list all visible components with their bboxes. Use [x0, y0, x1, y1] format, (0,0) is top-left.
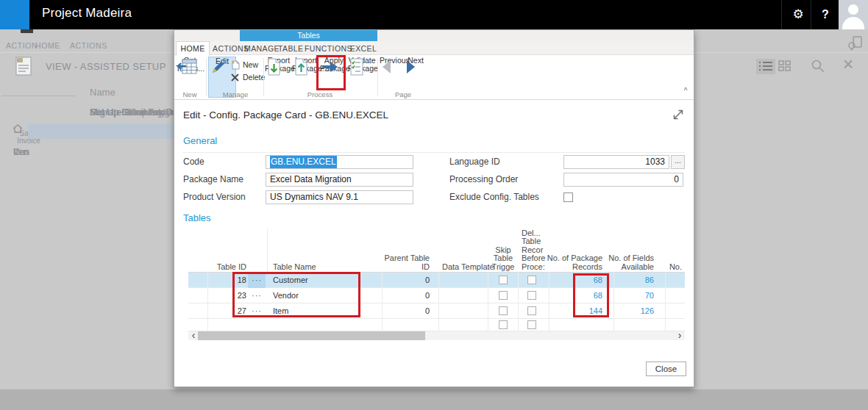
list-column-header[interactable]: Name: [90, 87, 115, 98]
grid-column-line: [549, 272, 549, 331]
section-divider: [183, 152, 685, 153]
exclude-config-tables-checkbox[interactable]: [563, 193, 573, 202]
delete-x-icon: [231, 73, 240, 82]
scrollbar-thumb[interactable]: [198, 331, 425, 340]
section-general[interactable]: General: [183, 135, 217, 146]
delete-button[interactable]: Delete: [231, 72, 265, 82]
delete-records-checkbox[interactable]: [527, 276, 536, 284]
config-package-card-dialog: Tables HOME ACTIONS MANAGE TABLE FUNCTIO…: [174, 29, 694, 387]
table-row-item[interactable]: 27 ··· Item 0 144 126: [188, 303, 685, 319]
row-assist-icon[interactable]: ···: [248, 288, 266, 303]
topbar-divider: [781, 0, 782, 29]
cell-fields-available[interactable]: 70: [600, 288, 654, 303]
language-id-field[interactable]: 1033: [563, 155, 669, 169]
table-row-vendor[interactable]: 23 ··· Vendor 0 68 70: [188, 288, 685, 303]
col-header-table-name[interactable]: Table Name: [273, 263, 316, 272]
settings-gear-icon[interactable]: ⚙: [784, 0, 812, 29]
code-value-selected: GB.ENU.EXCEL: [270, 156, 337, 168]
skip-trigger-checkbox[interactable]: [499, 320, 508, 329]
apply-package-icon: [320, 58, 341, 76]
col-header-table-id[interactable]: Table ID: [207, 263, 246, 272]
list-item[interactable]: Set Up Email Logging: [90, 105, 182, 120]
delete-records-checkbox[interactable]: [527, 306, 536, 315]
grid-column-line: [207, 272, 208, 331]
list-view-toggle[interactable]: [756, 59, 775, 74]
group-label-new: New: [176, 90, 204, 98]
delete-records-checkbox[interactable]: [527, 291, 536, 300]
package-name-field[interactable]: Excel Data Migration: [266, 173, 413, 187]
product-version-field[interactable]: US Dynamics NAV 9.1: [266, 190, 413, 204]
search-icon[interactable]: [811, 59, 825, 73]
import-package-icon: [292, 58, 311, 76]
clipped-item[interactable]: Iten: [13, 145, 29, 159]
action-pane-divider: [1, 96, 75, 96]
cell-parent-id: 0: [365, 303, 430, 319]
notification-icon[interactable]: [847, 35, 864, 51]
cell-package-records[interactable]: 144: [541, 303, 602, 319]
cell-table-id: 27: [207, 303, 246, 319]
previous-arrow-icon: [380, 58, 393, 76]
language-id-label: Language ID: [449, 157, 500, 167]
dialog-title: Edit - Config. Package Card - GB.ENU.EXC…: [183, 109, 388, 121]
app-launcher-button[interactable]: [0, 0, 29, 29]
scroll-right-icon[interactable]: ›: [675, 331, 685, 341]
skip-trigger-checkbox[interactable]: [499, 291, 508, 300]
col-header-data-template[interactable]: Data Template: [442, 263, 494, 272]
new-button[interactable]: New: [231, 60, 265, 70]
tab-home[interactable]: HOME: [176, 41, 210, 56]
page-tab-actions[interactable]: ACTIONS: [70, 41, 107, 50]
page-tab-home[interactable]: HOME: [35, 41, 60, 50]
tab-manage[interactable]: MANAGE: [244, 43, 277, 55]
col-header-clipped[interactable]: No.: [659, 263, 682, 272]
group-label-page: Page: [380, 90, 427, 98]
grid-column-line: [438, 272, 439, 331]
user-avatar[interactable]: [839, 0, 868, 29]
grid-view-toggle[interactable]: [778, 60, 791, 72]
ribbon-separator: [206, 58, 207, 96]
cell-table-name[interactable]: Customer: [273, 273, 308, 288]
collapse-ribbon-icon[interactable]: ^: [680, 87, 691, 95]
language-id-assist-button[interactable]: ...: [671, 155, 685, 169]
col-header-package-records[interactable]: No. of Package Records: [541, 254, 602, 271]
row-assist-icon[interactable]: ···: [248, 273, 266, 288]
scroll-left-icon[interactable]: ‹: [188, 331, 199, 341]
col-header-skip-table-trigger[interactable]: Skip Table Trigge: [488, 246, 518, 272]
col-header-parent-table-id[interactable]: Parent Table ID: [365, 254, 430, 271]
section-tables[interactable]: Tables: [183, 212, 211, 223]
processing-order-field[interactable]: 0: [563, 173, 683, 187]
skip-trigger-checkbox[interactable]: [499, 276, 508, 284]
cell-package-records[interactable]: 68: [541, 288, 602, 303]
tab-functions[interactable]: FUNCTIONS: [305, 43, 347, 55]
help-button[interactable]: ?: [812, 0, 839, 29]
cell-fields-available[interactable]: 86: [600, 273, 654, 288]
tab-excel[interactable]: EXCEL: [349, 43, 377, 55]
close-button[interactable]: Close: [646, 362, 686, 376]
cell-parent-id: 0: [365, 273, 430, 288]
cell-package-records[interactable]: 68: [541, 273, 602, 288]
tab-table[interactable]: TABLE: [278, 43, 303, 55]
get-tables-icon: [176, 58, 198, 76]
exclude-config-tables-label: Exclude Config. Tables: [449, 192, 539, 202]
cell-table-id: 18: [207, 273, 246, 288]
edit-pencil-icon: [209, 59, 227, 76]
skip-trigger-checkbox[interactable]: [499, 306, 508, 315]
col-header-fields-available[interactable]: No. of Fields Available: [600, 254, 654, 271]
grid-column-line: [665, 272, 666, 331]
close-page-icon[interactable]: ×: [839, 53, 858, 75]
expand-dialog-icon[interactable]: [672, 108, 685, 121]
code-label: Code: [183, 157, 204, 167]
ribbon-separator: [263, 58, 264, 96]
tab-actions[interactable]: ACTIONS: [213, 43, 248, 55]
code-field[interactable]: GB.ENU.EXCEL: [266, 155, 413, 169]
table-row-empty[interactable]: [188, 319, 685, 331]
cell-fields-available[interactable]: 126: [600, 303, 654, 319]
cell-table-name[interactable]: Vendor: [273, 288, 299, 303]
delete-records-checkbox[interactable]: [527, 320, 536, 329]
page-tab-action[interactable]: ACTION: [6, 41, 38, 50]
table-row-customer[interactable]: 18 ··· Customer 0 68 86: [188, 273, 685, 288]
cell-table-name[interactable]: Item: [273, 303, 288, 319]
new-document-icon: [231, 60, 240, 70]
tables-grid: Table ID Table Name Parent Table ID Data…: [188, 229, 685, 341]
row-assist-icon[interactable]: ···: [248, 303, 266, 319]
product-version-label: Product Version: [183, 192, 246, 202]
